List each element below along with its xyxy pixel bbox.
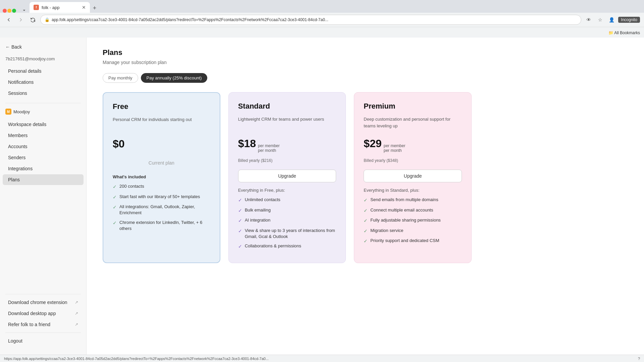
- check-icon: ✓: [113, 220, 117, 227]
- workspace-section: Workspace details Members Accounts Sende…: [0, 117, 86, 187]
- check-icon: ✓: [113, 184, 117, 190]
- active-tab[interactable]: f folk - app ✕: [30, 2, 90, 13]
- premium-upgrade-btn[interactable]: Upgrade: [364, 170, 462, 182]
- premium-plan-price: $29 per member per month: [364, 137, 462, 153]
- sidebar-item-notifications[interactable]: Notifications: [3, 77, 84, 87]
- premium-price-amount: $29: [364, 137, 381, 150]
- workspace-header: M Moodjoy: [0, 106, 86, 117]
- standard-feature-4: ✓ Collaborations & permissions: [238, 243, 336, 250]
- standard-upgrade-btn[interactable]: Upgrade: [238, 170, 336, 182]
- sidebar-item-plans[interactable]: Plans: [3, 174, 84, 185]
- window-max-btn[interactable]: [12, 9, 16, 13]
- standard-plan-features: Everything in Free, plus: ✓ Unlimited co…: [238, 188, 336, 253]
- url-bar[interactable]: 🔒 app.folk.app/settings/ccaa7ca2-3ce3-40…: [40, 15, 581, 25]
- window-controls: [3, 9, 16, 13]
- free-plan-action: Current plan: [113, 157, 210, 169]
- free-feature-3: ✓ Chrome extension for LinkedIn, Twitter…: [113, 220, 210, 232]
- premium-plan-action: Upgrade: [364, 170, 462, 182]
- sidebar-item-label: Senders: [8, 155, 25, 160]
- premium-features-title: Everything in Standard, plus:: [364, 188, 462, 193]
- free-plan-desc: Personal CRM for individuals starting ou…: [113, 116, 210, 132]
- free-plan-card: Free Personal CRM for individuals starti…: [103, 92, 220, 263]
- nav-right-controls: 👁 ☆ 👤 Incognito: [584, 15, 640, 24]
- premium-feature-0: ✓ Send emails from multiple domains: [364, 197, 462, 204]
- check-icon: ✓: [113, 194, 117, 201]
- sidebar-item-senders[interactable]: Senders: [3, 152, 84, 163]
- status-bar: https://app.folk.app/settings/ccaa7ca2-3…: [0, 355, 644, 362]
- sidebar-item-personal-details[interactable]: Personal details: [3, 66, 84, 76]
- standard-plan-desc: Lightweight CRM for teams and power user…: [238, 116, 336, 132]
- check-icon: ✓: [364, 218, 368, 224]
- sidebar-item-label: Download desktop app: [8, 311, 56, 316]
- premium-feature-4: ✓ Priority support and dedicated CSM: [364, 238, 462, 245]
- tab-history-btn[interactable]: [19, 8, 30, 13]
- premium-feature-1: ✓ Connect multiple email accounts: [364, 207, 462, 214]
- forward-btn[interactable]: [16, 15, 25, 24]
- standard-plan-name: Standard: [238, 102, 336, 111]
- billing-toggle: Pay monthly Pay annually (25% discount): [103, 73, 628, 83]
- external-link-icon: ↗: [75, 300, 78, 305]
- sidebar-divider-3: [5, 333, 81, 333]
- external-link-icon-3: ↗: [75, 322, 78, 327]
- check-icon: ✓: [364, 228, 368, 235]
- pay-annually-btn[interactable]: Pay annually (25% discount): [141, 73, 208, 83]
- sidebar-item-download-desktop[interactable]: Download desktop app ↗: [3, 308, 84, 319]
- standard-plan-card: Standard Lightweight CRM for teams and p…: [228, 92, 346, 263]
- sidebar-item-label: Members: [8, 133, 28, 138]
- eye-slash-icon: 👁: [584, 15, 593, 24]
- browser-chrome: f folk - app ✕ + 🔒 app.folk.app/settings…: [0, 0, 644, 38]
- help-btn[interactable]: ?: [638, 357, 640, 361]
- sidebar-item-label: Workspace details: [8, 122, 46, 127]
- all-bookmarks[interactable]: 📁 All Bookmarks: [608, 29, 640, 36]
- sidebar-item-label: Notifications: [8, 79, 34, 85]
- pay-monthly-btn[interactable]: Pay monthly: [103, 73, 138, 83]
- standard-feature-0: ✓ Unlimited contacts: [238, 197, 336, 204]
- free-feature-1: ✓ Start fast with our library of 50+ tem…: [113, 194, 210, 201]
- new-tab-btn[interactable]: +: [90, 3, 99, 13]
- sidebar-item-download-chrome[interactable]: Download chrome extension ↗: [3, 297, 84, 308]
- free-plan-features: What's included ✓ 200 contacts ✓ Start f…: [113, 174, 210, 235]
- sidebar-item-logout[interactable]: Logout: [3, 336, 84, 346]
- premium-billed: Billed yearly ($348): [364, 158, 462, 163]
- profile-icon[interactable]: 👤: [607, 15, 616, 24]
- star-icon[interactable]: ☆: [595, 15, 605, 24]
- sidebar-item-workspace-details[interactable]: Workspace details: [3, 119, 84, 130]
- free-feature-2: ✓ All integrations: Gmail, Outlook, Zapi…: [113, 204, 210, 216]
- sidebar-item-members[interactable]: Members: [3, 130, 84, 141]
- lock-icon: 🔒: [45, 17, 50, 22]
- free-plan-name: Free: [113, 102, 210, 111]
- check-icon: ✓: [238, 218, 242, 224]
- sidebar-item-label: Sessions: [8, 90, 27, 96]
- standard-billed: Billed yearly ($216): [238, 158, 336, 163]
- sidebar-item-accounts[interactable]: Accounts: [3, 141, 84, 152]
- back-nav[interactable]: ← Back: [0, 43, 86, 54]
- tab-strip: f folk - app ✕ +: [0, 0, 644, 13]
- premium-plan-name: Premium: [364, 102, 462, 111]
- tab-title: folk - app: [42, 5, 59, 10]
- sidebar-item-refer-friend[interactable]: Refer folk to a friend ↗: [3, 319, 84, 330]
- sidebar-item-integrations[interactable]: Integrations: [3, 163, 84, 174]
- url-text: app.folk.app/settings/ccaa7ca2-3ce3-4001…: [52, 17, 577, 22]
- status-url: https://app.folk.app/settings/ccaa7ca2-3…: [4, 357, 269, 361]
- sidebar-item-label: Accounts: [8, 144, 28, 149]
- sidebar-item-sessions[interactable]: Sessions: [3, 88, 84, 99]
- standard-plan-price: $18 per member per month: [238, 137, 336, 153]
- sidebar-divider-2: [5, 294, 81, 294]
- free-price-amount: $0: [113, 138, 125, 150]
- window-min-btn[interactable]: [7, 9, 11, 13]
- window-close-btn[interactable]: [3, 9, 7, 13]
- sidebar-bottom: Download chrome extension ↗ Download des…: [0, 289, 86, 349]
- check-icon: ✓: [238, 207, 242, 214]
- reload-btn[interactable]: [28, 15, 38, 24]
- check-icon: ✓: [364, 197, 368, 204]
- standard-plan-action: Upgrade: [238, 170, 336, 182]
- incognito-badge: Incognito: [618, 17, 640, 23]
- back-btn[interactable]: [4, 15, 13, 24]
- premium-feature-2: ✓ Fully adjustable sharing permissions: [364, 217, 462, 224]
- sidebar-item-label: Download chrome extension: [8, 300, 67, 305]
- tab-close-btn[interactable]: ✕: [82, 5, 86, 10]
- sidebar-email: 7b217651@moodjoy.com: [0, 54, 86, 64]
- free-plan-price: $0: [113, 138, 210, 150]
- bookmarks-bar: 📁 All Bookmarks: [0, 27, 644, 38]
- free-features-title: What's included: [113, 174, 210, 179]
